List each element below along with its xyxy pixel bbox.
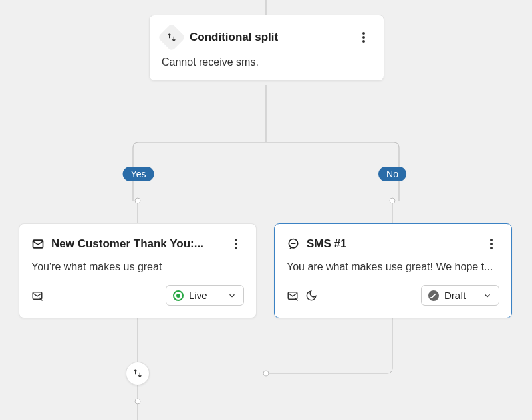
connector-node — [263, 371, 269, 377]
split-description: Cannot receive sms. — [162, 56, 372, 68]
svg-point-10 — [490, 243, 493, 245]
envelope-icon — [31, 237, 45, 251]
draft-status-icon — [428, 290, 439, 301]
split-icon — [158, 23, 186, 51]
split-title: Conditional split — [190, 31, 348, 44]
more-icon — [362, 32, 365, 43]
branch-yes-pill[interactable]: Yes — [123, 167, 154, 181]
flow-canvas[interactable]: Conditional split Cannot receive sms. Ye… — [0, 0, 532, 420]
svg-point-0 — [362, 32, 365, 35]
sms-more-button[interactable] — [483, 236, 499, 252]
conditional-split-card[interactable]: Conditional split Cannot receive sms. — [149, 15, 384, 81]
svg-point-2 — [362, 40, 365, 43]
sms-status-label: Draft — [444, 290, 477, 301]
sms-action-card[interactable]: SMS #1 You are what makes use great! We … — [274, 223, 512, 318]
sms-icon — [287, 237, 300, 251]
email-action-card[interactable]: New Customer Thank You:... You're what m… — [19, 223, 257, 318]
connector-node — [390, 198, 396, 204]
svg-point-6 — [235, 247, 237, 249]
connector-node — [135, 399, 141, 405]
svg-point-5 — [235, 243, 237, 245]
email-status-label: Live — [189, 290, 222, 301]
email-more-button[interactable] — [228, 236, 244, 252]
svg-point-9 — [490, 239, 493, 241]
split-more-button[interactable] — [356, 29, 372, 45]
svg-point-11 — [490, 247, 493, 249]
sms-status-select[interactable]: Draft — [421, 285, 499, 306]
email-preview: You're what makes us great — [31, 261, 244, 273]
sms-preview: You are what makes use great! We hope t.… — [287, 261, 499, 273]
smart-send-icon — [287, 290, 299, 302]
connector-node — [135, 198, 141, 204]
svg-point-4 — [235, 239, 237, 241]
quiet-hours-icon — [305, 290, 317, 302]
merge-node[interactable] — [126, 362, 150, 385]
live-status-icon — [173, 290, 184, 301]
smart-send-icon — [31, 290, 43, 302]
svg-point-1 — [362, 36, 365, 39]
merge-icon — [132, 368, 143, 379]
branch-no-pill[interactable]: No — [378, 167, 406, 181]
email-action-title: New Customer Thank You:... — [51, 237, 221, 251]
sms-action-title: SMS #1 — [307, 237, 477, 251]
more-icon — [490, 239, 493, 249]
chevron-down-icon — [483, 291, 492, 300]
email-status-select[interactable]: Live — [166, 285, 244, 306]
more-icon — [235, 239, 237, 249]
chevron-down-icon — [227, 291, 237, 300]
